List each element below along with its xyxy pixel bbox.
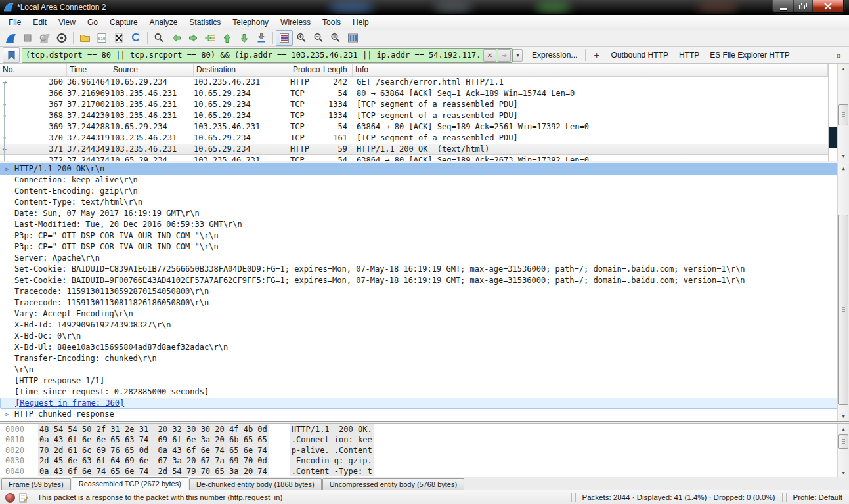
packet-detail-line[interactable]: ▷ Date: Sun, 07 May 2017 16:19:19 GMT\r\… (0, 208, 838, 219)
expression-button[interactable]: Expression... (525, 51, 584, 60)
packet-detail-line[interactable]: ▷ Content-Type: text/html\r\n (0, 197, 838, 208)
packet-detail-line[interactable]: ▷ X-Bd-Ul: 88ee10a3c15695804ad87d8aef32a… (0, 342, 838, 353)
colorize-packet-list-icon[interactable] (276, 30, 293, 46)
packet-detail-line[interactable]: ▷ Set-Cookie: BAIDUID=C839A1E61B77256665… (0, 264, 838, 275)
hex-row[interactable]: 0010 0a 43 6f 6e 6e 65 63 74 69 6f 6e 3a… (0, 434, 849, 445)
display-filter-input[interactable] (22, 49, 483, 62)
packet-detail-line[interactable]: ▷ Tracecode: 11591301130592870154050800\… (0, 286, 838, 297)
packet-detail-line[interactable]: ▷ Server: Apache\r\n (0, 253, 838, 264)
filter-apply-button[interactable]: ➔ (498, 49, 511, 62)
packet-detail-line[interactable]: ▷ X-Bd-Id: 14929096192743938327\r\n (0, 320, 838, 331)
minimize-button[interactable] (773, 0, 794, 12)
column-header[interactable]: Time (67, 64, 110, 76)
scroll-down-arrow-icon[interactable]: ▼ (838, 411, 849, 421)
packet-detail-line[interactable]: ▷ Content-Encoding: gzip\r\n (0, 186, 838, 197)
filter-shortcut-button[interactable]: HTTP (674, 51, 705, 60)
restore-button[interactable] (794, 0, 813, 12)
packet-detail-line[interactable]: ▷ HTTP chunked response (0, 409, 838, 420)
packet-list-scrollbar[interactable]: ▲ ▼ (837, 64, 849, 161)
close-file-icon[interactable] (110, 30, 127, 46)
restart-capture-icon[interactable] (36, 30, 53, 46)
stop-capture-icon[interactable] (19, 30, 36, 46)
open-file-icon[interactable] (76, 30, 93, 46)
column-header[interactable]: No. (0, 64, 67, 76)
packet-detail-line[interactable]: ▷ Tracecode: 11591301130811826186050800\… (0, 297, 838, 308)
hex-row[interactable]: 0040 0a 43 6f 6e 74 65 6e 74 2d 54 79 70… (0, 466, 849, 476)
byte-view-tab[interactable]: De-chunked entity body (1868 bytes) (189, 478, 322, 490)
packet-detail-line[interactable]: ▷ [Request in frame: 360] (0, 398, 838, 409)
filter-shortcut-button[interactable]: ES File Explorer HTTP (705, 51, 795, 60)
filter-clear-button[interactable]: ✕ (483, 49, 496, 62)
menu-item[interactable]: Wireless (274, 15, 316, 30)
byte-view-tab[interactable]: Uncompressed entity body (5768 bytes) (322, 478, 464, 490)
packet-detail-line[interactable]: ▷ [HTTP response 1/1] (0, 375, 838, 387)
column-header[interactable]: Source (110, 64, 194, 76)
packet-detail-line[interactable]: ▷ HTTP/1.1 200 OK\r\n (0, 163, 838, 175)
packet-list-minimap[interactable] (828, 64, 838, 161)
expand-triangle-icon[interactable]: ▷ (0, 163, 14, 175)
scroll-up-arrow-icon[interactable]: ▲ (838, 163, 849, 173)
bytes-pane-scrollbar[interactable]: ▲ ▼ (837, 424, 849, 478)
filter-shortcut-button[interactable]: Outbound HTTP (606, 51, 674, 60)
go-forward-icon[interactable] (185, 30, 202, 46)
packet-row[interactable]: → 360 36.961464 10.65.29.234 103.235.46.… (0, 77, 828, 88)
zoom-reset-icon[interactable] (327, 30, 344, 46)
column-header[interactable]: Protocol (290, 64, 320, 76)
menu-item[interactable]: Analyze (144, 15, 184, 30)
packet-detail-line[interactable]: ▷ Vary: Accept-Encoding\r\n (0, 308, 838, 320)
zoom-in-icon[interactable] (293, 30, 310, 46)
scroll-up-arrow-icon[interactable]: ▲ (838, 424, 849, 434)
packet-row[interactable]: • 370 37.244319 103.235.46.231 10.65.29.… (0, 133, 828, 144)
hex-row[interactable]: 0030 2d 45 6e 63 6f 64 69 6e 67 3a 20 67… (0, 455, 849, 466)
byte-view-tab[interactable]: Reassembled TCP (2672 bytes) (72, 477, 188, 490)
packet-detail-line[interactable]: ▷ Last-Modified: Tue, 20 Dec 2016 06:59:… (0, 219, 838, 230)
scrollbar-thumb[interactable] (838, 434, 848, 449)
scroll-up-arrow-icon[interactable]: ▲ (838, 64, 849, 74)
scrollbar-thumb[interactable] (838, 104, 848, 125)
column-header[interactable]: Destination (194, 64, 290, 76)
capture-file-properties-icon[interactable] (19, 493, 28, 503)
filter-bookmark-button[interactable] (3, 47, 20, 63)
packet-row[interactable]: • 367 37.217002 103.235.46.231 10.65.29.… (0, 99, 828, 110)
start-capture-icon[interactable] (2, 30, 19, 46)
packet-detail-line[interactable]: ▷ Connection: keep-alive\r\n (0, 175, 838, 186)
expert-info-icon[interactable] (5, 493, 15, 503)
packet-detail-line[interactable]: ▷ X-Bd-Oc: 0\r\n (0, 331, 838, 342)
menu-item[interactable]: Edit (27, 15, 53, 30)
menu-item[interactable]: Statistics (183, 15, 227, 30)
byte-view-tab[interactable]: Frame (59 bytes) (1, 478, 71, 490)
packet-detail-line[interactable]: ▷ \r\n (0, 364, 838, 375)
packet-row[interactable]: • 368 37.244230 103.235.46.231 10.65.29.… (0, 110, 828, 121)
save-file-icon[interactable]: 010 (93, 30, 110, 46)
find-packet-icon[interactable] (150, 30, 167, 46)
packet-detail-line[interactable]: ▷ P3p: CP=" OTI DSP COR IVA OUR IND COM … (0, 242, 838, 253)
scrollbar-thumb[interactable] (838, 215, 848, 405)
go-last-icon[interactable] (236, 30, 253, 46)
packet-row[interactable]: 369 37.244288 10.65.29.234 103.235.46.23… (0, 121, 828, 133)
menu-item[interactable]: View (53, 15, 81, 30)
packet-detail-line[interactable]: ▷ P3p: CP=" OTI DSP COR IVA OUR IND COM … (0, 230, 838, 242)
packet-row[interactable]: 372 37.244374 10.65.29.234 103.235.46.23… (0, 155, 828, 161)
go-to-packet-icon[interactable] (202, 30, 219, 46)
column-header[interactable]: Length (320, 64, 353, 76)
auto-scroll-icon[interactable] (253, 30, 270, 46)
reload-file-icon[interactable] (127, 30, 144, 46)
hex-row[interactable]: 0000 48 54 54 50 2f 31 2e 31 20 32 30 30… (0, 424, 849, 434)
capture-options-icon[interactable] (53, 30, 70, 46)
column-header[interactable]: Info (353, 64, 828, 76)
resize-columns-icon[interactable] (344, 30, 361, 46)
filter-dropdown-caret[interactable]: ▾ (513, 49, 523, 62)
zoom-out-icon[interactable] (310, 30, 327, 46)
add-filter-button[interactable]: + (587, 50, 605, 60)
go-first-icon[interactable] (219, 30, 236, 46)
scroll-down-arrow-icon[interactable]: ▼ (838, 151, 849, 161)
close-button[interactable] (813, 0, 843, 12)
hex-row[interactable]: 0020 70 2d 61 6c 69 76 65 0d 0a 43 6f 6e… (0, 445, 849, 455)
menu-item[interactable]: Go (81, 15, 104, 30)
detail-pane-scrollbar[interactable]: ▲ ▼ (837, 163, 849, 421)
menu-item[interactable]: Telephony (227, 15, 274, 30)
packet-row[interactable]: 366 37.216969 103.235.46.231 10.65.29.23… (0, 88, 828, 99)
scroll-down-arrow-icon[interactable]: ▼ (838, 468, 849, 478)
menu-item[interactable]: File (3, 15, 27, 30)
packet-detail-line[interactable]: ▷ Transfer-Encoding: chunked\r\n (0, 353, 838, 364)
